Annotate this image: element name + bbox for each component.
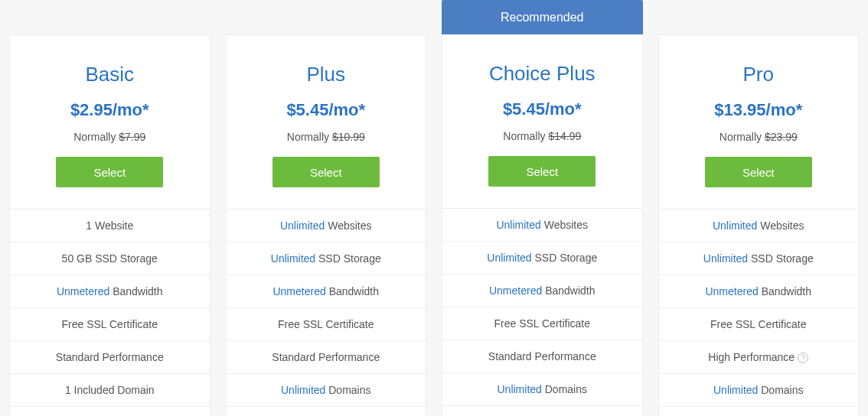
feature-text: SSD Storage	[751, 252, 814, 265]
feature-text: Domains	[761, 384, 803, 396]
feature-item: Unmetered Bandwidth	[442, 274, 642, 307]
plan-normally: Normally $23.99	[720, 131, 798, 143]
normally-prefix: Normally	[503, 130, 545, 142]
feature-item: Standard Performance	[442, 340, 642, 372]
feature-item: Free SSL Certificate	[227, 307, 426, 340]
feature-item: Unmetered Bandwidth	[10, 275, 210, 307]
normally-prefix: Normally	[73, 131, 116, 143]
plan-normally: Normally $10.99	[287, 131, 365, 143]
normally-price: $14.99	[548, 130, 581, 142]
feature-highlight: Unlimited	[496, 219, 540, 231]
feature-list: Unlimited WebsitesUnlimited SSD StorageU…	[227, 209, 426, 416]
feature-highlight: Unmetered	[57, 285, 109, 297]
feature-item: Standard Performance	[227, 340, 426, 373]
pricing-grid: Basic$2.95/mo*Normally $7.99Select1 Webs…	[0, 0, 868, 416]
feature-item: Unlimited Domains	[227, 373, 426, 406]
feature-item: Unlimited SSD Storage	[227, 242, 426, 275]
feature-list: Unlimited WebsitesUnlimited SSD StorageU…	[442, 208, 642, 416]
plan-column-choice-plus: RecommendedChoice Plus$5.45/mo*Normally …	[442, 0, 643, 416]
feature-list: Unlimited WebsitesUnlimited SSD StorageU…	[659, 209, 859, 416]
feature-highlight: Unlimited	[281, 384, 325, 396]
select-button-basic[interactable]: Select	[56, 157, 163, 187]
plan-column-plus: Plus$5.45/mo*Normally $10.99SelectUnlimi…	[226, 0, 427, 416]
plan-price: $13.95/mo*	[714, 100, 802, 120]
feature-item: Unlimited Domains	[659, 373, 859, 406]
feature-text: Standard Performance	[272, 351, 380, 363]
feature-item: Unlimited Websites	[227, 209, 426, 242]
feature-item: Unlimited Parked Domains	[442, 405, 642, 416]
feature-text: Free SSL Certificate	[494, 317, 590, 330]
normally-prefix: Normally	[720, 131, 762, 143]
feature-highlight: Unmetered	[705, 285, 758, 297]
plan-card-plus: Plus$5.45/mo*Normally $10.99SelectUnlimi…	[226, 34, 427, 416]
feature-text: 1 Included Domain	[65, 384, 155, 396]
plan-price: $5.45/mo*	[286, 100, 365, 120]
feature-item: Unlimited SSD Storage	[442, 241, 642, 274]
plan-column-pro: Pro$13.95/mo*Normally $23.99SelectUnlimi…	[658, 0, 860, 416]
feature-item: Unlimited SSD Storage	[659, 242, 859, 275]
help-icon[interactable]: ?	[798, 353, 808, 363]
feature-text: Bandwidth	[329, 285, 379, 297]
feature-item: Unmetered Bandwidth	[227, 275, 426, 307]
select-button-pro[interactable]: Select	[705, 157, 812, 187]
feature-item: Free SSL Certificate	[10, 307, 210, 340]
feature-text: Standard Performance	[56, 351, 164, 363]
normally-price: $7.99	[119, 131, 145, 143]
plan-card-choice-plus: Choice Plus$5.45/mo*Normally $14.99Selec…	[442, 34, 643, 416]
feature-item: Unlimited Websites	[442, 208, 642, 241]
feature-item: 50 GB SSD Storage	[10, 242, 210, 275]
feature-text: 1 Website	[86, 219, 133, 232]
feature-highlight: Unlimited	[713, 384, 758, 396]
plan-card-basic: Basic$2.95/mo*Normally $7.99Select1 Webs…	[9, 34, 210, 416]
select-button-choice-plus[interactable]: Select	[488, 156, 596, 187]
feature-text: 50 GB SSD Storage	[62, 252, 158, 265]
feature-text: Bandwidth	[113, 285, 162, 297]
plan-normally: Normally $7.99	[73, 131, 145, 143]
feature-highlight: Unlimited	[271, 252, 315, 265]
feature-text: Standard Performance	[488, 350, 596, 362]
feature-item: Unlimited Websites	[659, 209, 859, 242]
feature-item: Unlimited Parked Domains	[659, 406, 859, 416]
normally-price: $23.99	[765, 131, 798, 143]
feature-text: Free SSL Certificate	[710, 318, 807, 330]
feature-highlight: Unlimited	[703, 252, 748, 265]
feature-text: Websites	[328, 219, 371, 232]
feature-item: 1 Website	[10, 209, 210, 242]
feature-text: Domains	[328, 384, 370, 396]
plan-name: Pro	[743, 63, 774, 86]
feature-item: Standard Performance	[10, 340, 210, 373]
plan-price: $5.45/mo*	[503, 99, 582, 119]
feature-item: 1 Included Domain	[10, 373, 210, 406]
feature-text: Bandwidth	[762, 285, 811, 297]
feature-text: SSD Storage	[535, 252, 598, 264]
normally-prefix: Normally	[287, 131, 329, 143]
banner-spacer	[226, 0, 427, 34]
feature-highlight: Unlimited	[713, 219, 757, 232]
feature-item: Unmetered Bandwidth	[659, 275, 859, 307]
feature-text: Free SSL Certificate	[278, 318, 374, 330]
banner-spacer	[9, 0, 210, 34]
feature-text: SSD Storage	[318, 252, 381, 265]
feature-highlight: Unmetered	[272, 285, 325, 297]
feature-highlight: Unmetered	[489, 284, 542, 297]
feature-text: Free SSL Certificate	[61, 318, 158, 330]
select-button-plus[interactable]: Select	[272, 157, 380, 187]
plan-name: Plus	[306, 63, 345, 86]
plan-column-basic: Basic$2.95/mo*Normally $7.99Select1 Webs…	[9, 0, 210, 416]
feature-highlight: Unlimited	[280, 219, 325, 232]
feature-highlight: Unlimited	[498, 383, 542, 395]
feature-text: Domains	[545, 383, 587, 395]
feature-text: Bandwidth	[545, 284, 595, 297]
feature-highlight: Unlimited	[487, 252, 531, 264]
recommended-banner: Recommended	[442, 0, 643, 34]
feature-text: Websites	[544, 219, 588, 231]
plan-card-pro: Pro$13.95/mo*Normally $23.99SelectUnlimi…	[658, 34, 860, 416]
plan-name: Basic	[85, 63, 134, 86]
feature-text: High Performance	[708, 351, 795, 363]
normally-price: $10.99	[332, 131, 365, 143]
feature-item: High Performance?	[659, 340, 859, 373]
feature-item: Unlimited Domains	[442, 372, 642, 405]
plan-price: $2.95/mo*	[70, 100, 149, 120]
banner-spacer	[658, 0, 860, 34]
plan-normally: Normally $14.99	[503, 130, 581, 142]
